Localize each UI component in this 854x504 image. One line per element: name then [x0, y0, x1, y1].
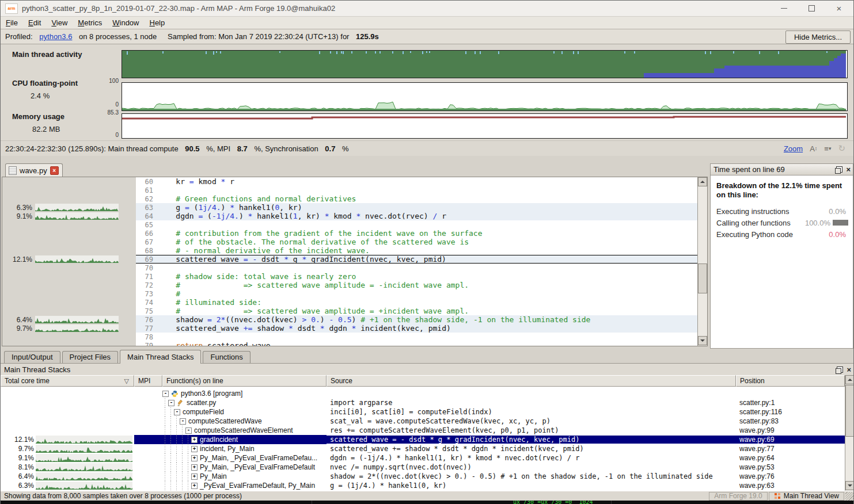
scroll-down-icon[interactable]	[698, 336, 707, 345]
menu-help[interactable]: Help	[144, 17, 170, 28]
code-line-72[interactable]: 72 # => scattered wave amplitude = -inci…	[2, 281, 697, 289]
tab-functions[interactable]: Functions	[203, 351, 250, 363]
line-activity-sparkline	[35, 212, 119, 220]
code-line-63[interactable]: 6.3%63 g = (1j/4.) * hankel1(0, kr)	[2, 203, 697, 212]
collapse-icon[interactable]: -	[180, 418, 186, 425]
code-line-68[interactable]: 68 # - normal derivative of the incident…	[2, 246, 697, 255]
stack-row-computeField[interactable]: -computeFieldinci[i0], scat[i0] = comput…	[1, 407, 845, 417]
cpu-floating-point-chart[interactable]	[122, 82, 848, 111]
column-header-mpi[interactable]: MPI	[134, 375, 162, 387]
editor-scrollbar[interactable]	[697, 177, 707, 346]
table-scroll-thumb[interactable]	[845, 385, 853, 437]
metric-list-icon[interactable]: ≡▾	[824, 144, 831, 153]
memory-usage-chart[interactable]	[122, 113, 848, 139]
code-line-71[interactable]: 71 # shadow side: total wave is nearly z…	[2, 272, 697, 281]
stack-row-Py_Main[interactable]: 9.1%+Py_Main, _PyEval_EvalFrameDefau...d…	[1, 453, 845, 463]
stack-row-incident[interactable]: 9.7%+incident, Py_Mainscattered_wave += …	[1, 444, 845, 453]
stack-row-computeScatteredWave[interactable]: -computeScatteredWavescat_val = wave.com…	[1, 417, 845, 426]
column-header-source[interactable]: Source	[327, 375, 736, 387]
code-line-62[interactable]: 62 # Green functions and normal derivati…	[2, 194, 697, 203]
expand-icon[interactable]: +	[191, 455, 198, 461]
view-selector[interactable]: Main Thread View	[769, 492, 844, 501]
stack-row-Py_Main[interactable]: 6.4%+Py_Mainshadow = 2*((nvec.dot(kvec) …	[1, 472, 845, 481]
menu-window[interactable]: Window	[107, 17, 144, 28]
code-line-75[interactable]: 75 # => scattered wave amplitude = +inci…	[2, 307, 697, 315]
code-line-77[interactable]: 9.7%77 scattered_wave += shadow * dsdt *…	[2, 324, 697, 333]
function-label: _PyEval_EvalFrameDefault, Py_Main	[200, 482, 315, 490]
line-activity-gutter	[2, 298, 136, 307]
table-scroll-up-icon[interactable]	[845, 375, 853, 384]
collapse-icon[interactable]: -	[174, 409, 180, 415]
collapse-icon[interactable]: -	[162, 391, 169, 397]
maximize-button[interactable]	[807, 5, 815, 13]
python-icon	[171, 390, 179, 398]
column-header-total-core-time[interactable]: Total core time▽	[1, 375, 134, 387]
memory-scale-top: 85.3	[96, 109, 119, 116]
close-panel-icon[interactable]: ×	[846, 166, 851, 173]
collapse-icon[interactable]: -	[168, 400, 174, 406]
float-panel-icon[interactable]	[836, 166, 842, 173]
resize-grip[interactable]	[845, 492, 853, 501]
tab-input-output[interactable]: Input/Output	[4, 351, 60, 363]
code-line-76[interactable]: 6.4%76 shadow = 2*((nvec.dot(kvec) > 0.)…	[2, 315, 697, 324]
code-line-65[interactable]: 65	[2, 220, 697, 229]
line-activity-gutter: 9.1%	[2, 212, 136, 220]
code-line-78[interactable]: 78	[2, 333, 697, 341]
menu-view[interactable]: View	[46, 17, 73, 28]
column-header-position[interactable]: Position	[736, 375, 845, 387]
source-cell: shadow = 2*((nvec.dot(kvec) > 0.) - 0.5)…	[327, 472, 736, 480]
line-number: 69	[136, 255, 158, 264]
code-line-70[interactable]: 70	[2, 264, 697, 272]
minimize-button[interactable]	[780, 5, 788, 13]
menu-edit[interactable]: Edit	[23, 17, 46, 28]
close-button[interactable]: ×	[835, 5, 843, 13]
expand-icon[interactable]: +	[191, 446, 198, 452]
breakdown-row: Calling other functions100.0%	[716, 217, 848, 228]
stack-row-gradIncident[interactable]: 12.1%+gradIncidentscattered_wave = - dsd…	[1, 435, 845, 444]
table-scroll-down-icon[interactable]	[845, 481, 853, 490]
memory-scale-bottom: 0	[96, 132, 119, 138]
editor-scroll-thumb[interactable]	[698, 264, 707, 293]
main-thread-activity-chart[interactable]	[122, 50, 848, 78]
tab-close-icon[interactable]: ×	[50, 166, 59, 175]
expand-icon[interactable]: +	[191, 464, 198, 471]
code-line-69[interactable]: 12.1%69 scattered_wave = - dsdt * g * gr…	[2, 255, 697, 264]
table-scrollbar[interactable]	[845, 375, 853, 491]
code-line-73[interactable]: 73 #	[2, 289, 697, 298]
code-line-74[interactable]: 74 # illuminated side:	[2, 298, 697, 307]
scroll-up-icon[interactable]	[698, 177, 707, 186]
source-cell: scat_val = wave.computeScatteredWave(kve…	[327, 417, 736, 425]
stack-row-computeScatteredWaveElement[interactable]: -computeScatteredWaveElementres += compu…	[1, 426, 845, 435]
stack-row-Py_Main[interactable]: 8.1%+Py_Main, _PyEval_EvalFrameDefaultnv…	[1, 463, 845, 472]
zoom-link[interactable]: Zoom	[784, 144, 803, 153]
code-line-64[interactable]: 9.1%64 dgdn = (-1j/4.) * hankel1(1, kr) …	[2, 212, 697, 220]
program-link[interactable]: python3.6	[35, 32, 72, 41]
column-header-function-s-on-line[interactable]: Function(s) on line	[162, 375, 327, 387]
code-line-67[interactable]: 67 # of the obstacle. The normal derivat…	[2, 238, 697, 246]
stack-row-_PyEval_EvalFrameDefault[interactable]: 6.3%+_PyEval_EvalFrameDefault, Py_Maing …	[1, 481, 845, 490]
code-line-66[interactable]: 66 # contribution from the gradient of t…	[2, 229, 697, 238]
menu-metrics[interactable]: Metrics	[73, 17, 107, 28]
view-label: Main Thread View	[784, 492, 839, 500]
tab-wave-py[interactable]: wave.py ×	[5, 163, 63, 177]
expand-icon[interactable]: +	[191, 483, 198, 489]
profiled-prefix: Profiled:	[1, 32, 35, 41]
code-line-60[interactable]: 60 kr = kmod * r	[2, 177, 697, 186]
expand-icon[interactable]: +	[191, 474, 198, 480]
tab-main-thread-stacks[interactable]: Main Thread Stacks	[120, 350, 201, 364]
bottom-tab-bar: Input/OutputProject FilesMain Thread Sta…	[1, 350, 853, 364]
code-line-61[interactable]: 61	[2, 186, 697, 194]
mpi-cell	[134, 444, 162, 453]
menu-file[interactable]: File	[1, 17, 23, 28]
font-size-icon[interactable]: A↕	[810, 144, 817, 153]
close-stacks-icon[interactable]: ×	[847, 366, 851, 373]
stack-row-scatter.py[interactable]: -scatter.pyimport argparsescatter.py:1	[1, 398, 845, 407]
float-stacks-icon[interactable]	[837, 366, 843, 373]
code-line-79[interactable]: 79 return scattered_wave	[2, 341, 697, 346]
mpi-cell	[134, 417, 162, 426]
collapse-icon[interactable]: -	[185, 427, 192, 434]
hide-metrics-button[interactable]: Hide Metrics...	[785, 30, 851, 44]
stack-row-python3.6[interactable]: -python3.6 [program]	[1, 389, 845, 398]
tab-project-files[interactable]: Project Files	[62, 351, 119, 363]
expand-icon[interactable]: +	[191, 437, 198, 443]
